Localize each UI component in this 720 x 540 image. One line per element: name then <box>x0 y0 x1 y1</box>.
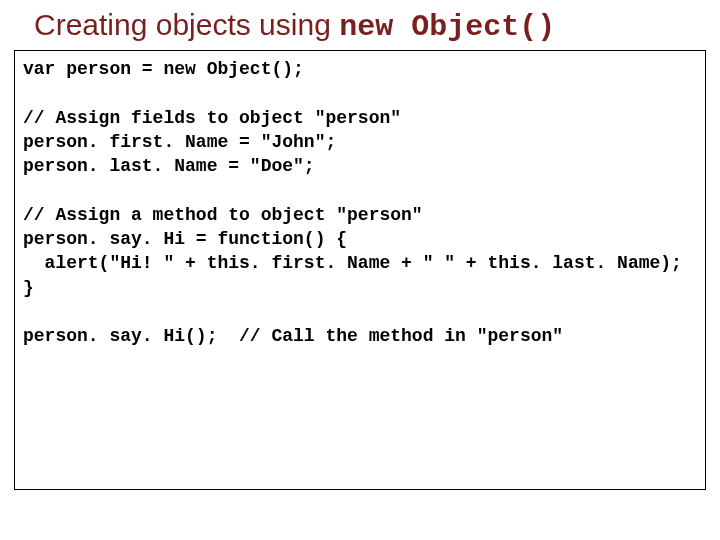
code-line: var person = new Object(); <box>23 59 304 79</box>
code-line: // Assign fields to object "person" <box>23 108 401 128</box>
slide-title: Creating objects using new Object() <box>14 8 706 50</box>
slide: Creating objects using new Object() var … <box>0 0 720 540</box>
title-mono: new Object() <box>339 10 555 44</box>
code-line: person. last. Name = "Doe"; <box>23 156 315 176</box>
title-prefix: Creating objects using <box>34 8 339 41</box>
code-line: alert("Hi! " + this. first. Name + " " +… <box>23 253 682 273</box>
code-line: person. say. Hi(); // Call the method in… <box>23 326 563 346</box>
code-line: // Assign a method to object "person" <box>23 205 423 225</box>
code-line: person. say. Hi = function() { <box>23 229 347 249</box>
code-line: person. first. Name = "John"; <box>23 132 336 152</box>
code-line: } <box>23 278 34 298</box>
code-box: var person = new Object(); // Assign fie… <box>14 50 706 490</box>
